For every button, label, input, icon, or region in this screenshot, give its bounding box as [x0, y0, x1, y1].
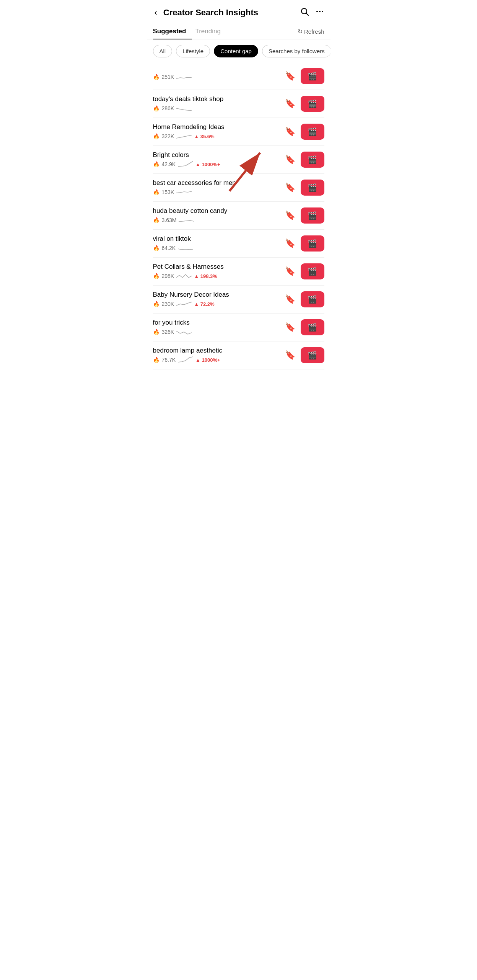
sparkline	[178, 356, 193, 364]
create-video-button[interactable]: 🎬	[301, 180, 324, 196]
sparkline	[176, 272, 192, 280]
item-title: for you tricks	[153, 319, 280, 327]
svg-point-2	[316, 11, 318, 12]
item-count: 230K	[162, 301, 174, 307]
filter-all[interactable]: All	[153, 45, 173, 57]
item-title: best car accessories for men	[153, 179, 280, 187]
video-camera-icon: 🎬	[308, 295, 317, 304]
list-item: bedroom lamp aesthetic 🔥 76.7K ▲ 1000%+ …	[153, 341, 324, 369]
list-item: Bright colors 🔥 42.9K ▲ 1000%+ 🔖 🎬	[153, 146, 324, 174]
sparkline	[178, 244, 193, 252]
item-meta: 🔥 286K	[153, 105, 280, 112]
item-info: best car accessories for men 🔥 153K	[153, 179, 280, 196]
item-title: bedroom lamp aesthetic	[153, 347, 280, 354]
fire-icon: 🔥	[153, 105, 160, 111]
item-title: Home Remodeling Ideas	[153, 123, 280, 131]
create-video-button[interactable]: 🎬	[301, 96, 324, 112]
item-count: 322K	[162, 133, 174, 139]
item-actions: 🔖 🎬	[283, 263, 324, 279]
item-info: Pet Collars & Harnesses 🔥 298K ▲ 198.3%	[153, 263, 280, 280]
item-meta: 🔥 326K	[153, 328, 280, 336]
more-options-icon[interactable]	[315, 7, 324, 18]
trend-badge: ▲ 1000%+	[195, 357, 220, 363]
fire-icon: 🔥	[153, 161, 160, 167]
item-info: today's deals tiktok shop 🔥 286K	[153, 95, 280, 112]
item-actions: 🔖 🎬	[283, 124, 324, 140]
item-meta: 🔥 153K	[153, 188, 280, 196]
fire-icon: 🔥	[153, 357, 160, 363]
bookmark-button[interactable]: 🔖	[283, 153, 297, 166]
list-item: for you tricks 🔥 326K 🔖 🎬	[153, 314, 324, 341]
create-video-button[interactable]: 🎬	[301, 235, 324, 252]
search-insights-list: 🔥 251K 🔖 🎬 today's deals tiktok shop 🔥 2…	[147, 63, 330, 369]
trend-badge: ▲ 72.2%	[194, 301, 214, 307]
bookmark-button[interactable]: 🔖	[283, 265, 297, 278]
item-info: Bright colors 🔥 42.9K ▲ 1000%+	[153, 151, 280, 168]
filter-searches-by-followers[interactable]: Searches by followers	[262, 45, 330, 57]
fire-icon: 🔥	[153, 189, 160, 195]
item-actions: 🔖 🎬	[283, 152, 324, 168]
filter-content-gap[interactable]: Content gap	[214, 45, 258, 57]
video-camera-icon: 🎬	[308, 267, 317, 276]
trend-badge: ▲ 35.6%	[194, 134, 214, 139]
refresh-button[interactable]: ↻ Refresh	[298, 28, 324, 35]
create-video-button[interactable]: 🎬	[301, 347, 324, 363]
item-actions: 🔖 🎬	[283, 319, 324, 335]
bookmark-button[interactable]: 🔖	[283, 321, 297, 334]
tab-trending[interactable]: Trending	[195, 24, 226, 39]
item-count: 76.7K	[162, 357, 176, 363]
bookmark-button[interactable]: 🔖	[283, 209, 297, 222]
sparkline	[179, 216, 194, 224]
item-info: bedroom lamp aesthetic 🔥 76.7K ▲ 1000%+	[153, 347, 280, 364]
filter-lifestyle[interactable]: Lifestyle	[176, 45, 210, 57]
item-actions: 🔖 🎬	[283, 96, 324, 112]
video-camera-icon: 🎬	[308, 351, 317, 360]
bookmark-button[interactable]: 🔖	[283, 349, 297, 362]
item-count: 153K	[162, 189, 174, 195]
item-title: huda beauty cotton candy	[153, 207, 280, 215]
bookmark-button[interactable]: 🔖	[283, 181, 297, 194]
item-info: Home Remodeling Ideas 🔥 322K ▲ 35.6%	[153, 123, 280, 140]
item-actions: 🔖 🎬	[283, 68, 324, 84]
list-item: Baby Nursery Decor Ideas 🔥 230K ▲ 72.2% …	[153, 286, 324, 314]
bookmark-button[interactable]: 🔖	[283, 293, 297, 306]
svg-point-3	[319, 11, 321, 12]
item-actions: 🔖 🎬	[283, 291, 324, 307]
filter-chips: All Lifestyle Content gap Searches by fo…	[147, 39, 330, 63]
item-meta: 🔥 322K ▲ 35.6%	[153, 132, 280, 140]
video-camera-icon: 🎬	[308, 239, 317, 248]
create-video-button[interactable]: 🎬	[301, 291, 324, 307]
list-item: today's deals tiktok shop 🔥 286K 🔖 🎬	[153, 90, 324, 118]
fire-icon: 🔥	[153, 217, 160, 223]
list-item: viral on tiktok 🔥 64.2K 🔖 🎬	[153, 230, 324, 258]
sparkline	[176, 300, 192, 308]
item-actions: 🔖 🎬	[283, 235, 324, 252]
back-button[interactable]: ‹	[153, 6, 159, 19]
fire-icon: 🔥	[153, 273, 160, 279]
trend-badge: ▲ 198.3%	[194, 273, 217, 279]
list-item: 🔥 251K 🔖 🎬	[153, 63, 324, 90]
create-video-button[interactable]: 🎬	[301, 263, 324, 279]
item-title: Bright colors	[153, 151, 280, 159]
page-title: Creator Search Insights	[163, 8, 295, 18]
item-meta: 🔥 298K ▲ 198.3%	[153, 272, 280, 280]
search-icon[interactable]	[300, 7, 309, 18]
bookmark-button[interactable]: 🔖	[283, 125, 297, 138]
create-video-button[interactable]: 🎬	[301, 68, 324, 84]
item-actions: 🔖 🎬	[283, 347, 324, 363]
item-actions: 🔖 🎬	[283, 207, 324, 224]
trend-badge: ▲ 1000%+	[195, 162, 220, 167]
app-header: ‹ Creator Search Insights	[147, 0, 330, 24]
item-meta: 🔥 3.63M	[153, 216, 280, 224]
video-camera-icon: 🎬	[308, 323, 317, 332]
create-video-button[interactable]: 🎬	[301, 319, 324, 335]
bookmark-button[interactable]: 🔖	[283, 70, 297, 83]
create-video-button[interactable]: 🎬	[301, 152, 324, 168]
header-actions	[300, 7, 324, 18]
item-count: 64.2K	[162, 245, 176, 251]
create-video-button[interactable]: 🎬	[301, 124, 324, 140]
bookmark-button[interactable]: 🔖	[283, 97, 297, 110]
tab-suggested[interactable]: Suggested	[153, 24, 192, 39]
create-video-button[interactable]: 🎬	[301, 207, 324, 224]
bookmark-button[interactable]: 🔖	[283, 237, 297, 250]
